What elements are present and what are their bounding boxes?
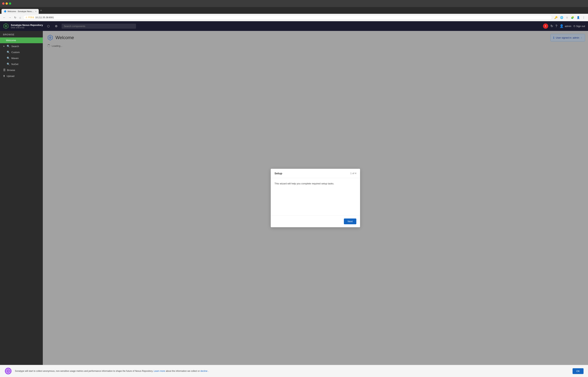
browser-dots bbox=[2, 2, 11, 5]
expand-icon: ▼ bbox=[3, 45, 5, 47]
sonatype-shield-icon: S bbox=[4, 367, 12, 375]
tab-close-button[interactable]: × bbox=[35, 10, 36, 12]
modal-title: Setup bbox=[275, 172, 282, 175]
tab-bar: 🔷 Welcome - Sonatype Nexus R... × + bbox=[0, 7, 588, 14]
home-button[interactable]: ⌂ bbox=[19, 15, 22, 20]
tab-title: Welcome - Sonatype Nexus R... bbox=[7, 10, 34, 12]
sidebar-maven-label: Maven bbox=[11, 57, 19, 59]
menu-icon[interactable]: ⋮ bbox=[582, 15, 586, 20]
main-layout: Browse Welcome ▼ 🔍 Search 🔍 Custom 🔍 Mav… bbox=[0, 31, 588, 365]
sidebar-custom-label: Custom bbox=[11, 51, 20, 54]
tab-favicon: 🔷 bbox=[4, 10, 6, 13]
search-icon: 🔍 bbox=[7, 45, 10, 48]
alert-icon[interactable]: ! bbox=[543, 24, 548, 29]
svg-marker-1 bbox=[5, 24, 7, 28]
sidebar-item-upload[interactable]: ⬆ Upload bbox=[0, 73, 43, 79]
settings-icon-button[interactable]: ⚙ bbox=[54, 23, 59, 29]
signout-button[interactable]: ⎋ Sign out bbox=[574, 24, 585, 28]
key-icon[interactable]: 🔑 bbox=[554, 15, 558, 20]
user-avatar-icon: 👤 bbox=[560, 24, 564, 28]
back-button[interactable]: ← bbox=[2, 15, 6, 20]
browser-tab[interactable]: 🔷 Welcome - Sonatype Nexus R... × bbox=[1, 9, 39, 14]
logo-text: Sonatype Nexus Repository OSS 3.65.0-02 bbox=[11, 24, 43, 29]
forward-button[interactable]: → bbox=[8, 15, 12, 20]
bookmark-icon[interactable]: ☆ bbox=[565, 15, 569, 20]
setup-modal: Setup 1 of 4 This wizard will help you c… bbox=[271, 169, 360, 227]
sidebar-welcome-label: Welcome bbox=[6, 39, 16, 42]
sidebar-item-browse[interactable]: 🗄 Browse bbox=[0, 67, 43, 73]
address-url: 10.211.55.38:8081 bbox=[35, 16, 54, 19]
modal-step: 1 of 4 bbox=[350, 172, 356, 175]
sidebar-item-maven[interactable]: 🔍 Maven bbox=[0, 55, 43, 61]
main-content: Welcome Loading... ℹ User signed in: adm… bbox=[43, 31, 588, 365]
nav-bar: ← → ↻ ⌂ ⚠ 不安全 10.211.55.38:8081 🔑 🌐 ☆ 🧩 … bbox=[0, 14, 588, 21]
banner-text-main: Sonatype will start to collect anonymous… bbox=[15, 370, 153, 372]
logo-area: Sonatype Nexus Repository OSS 3.65.0-02 bbox=[3, 23, 43, 29]
user-label: admin bbox=[565, 25, 571, 28]
logo-version: OSS 3.65.0-02 bbox=[11, 26, 43, 29]
sidebar-browse-header: Browse bbox=[0, 31, 43, 37]
banner-text-end: . bbox=[208, 370, 209, 372]
logo-name: Sonatype Nexus Repository bbox=[11, 24, 43, 26]
upload-icon: ⬆ bbox=[3, 74, 5, 78]
banner-text-mid: about the information we collect or bbox=[166, 370, 200, 372]
user-info[interactable]: 👤 admin bbox=[560, 24, 571, 28]
ok-button[interactable]: OK bbox=[573, 368, 584, 374]
nav-actions: 🔑 🌐 ☆ 🧩 👤 ⋮ bbox=[554, 15, 586, 20]
translate-icon[interactable]: 🌐 bbox=[559, 15, 564, 20]
new-tab-button[interactable]: + bbox=[39, 9, 43, 12]
browser-chrome bbox=[0, 0, 588, 7]
signout-label: Sign out bbox=[576, 25, 585, 28]
top-nav: Sonatype Nexus Repository OSS 3.65.0-02 … bbox=[0, 21, 588, 31]
extensions-icon[interactable]: 🧩 bbox=[570, 15, 575, 20]
sidebar-search-label: Search bbox=[11, 45, 19, 48]
address-bar[interactable]: ⚠ 不安全 10.211.55.38:8081 bbox=[23, 15, 552, 20]
sidebar-item-custom[interactable]: 🔍 Custom bbox=[0, 49, 43, 55]
search-input[interactable] bbox=[62, 24, 136, 29]
next-button[interactable]: Next bbox=[344, 218, 356, 224]
refresh-icon[interactable]: ↻ bbox=[550, 24, 553, 28]
custom-search-icon: 🔍 bbox=[7, 51, 10, 54]
sidebar-upload-label: Upload bbox=[7, 75, 14, 78]
maven-search-icon: 🔍 bbox=[7, 57, 10, 59]
active-dot-icon bbox=[3, 40, 4, 41]
svg-text:S: S bbox=[7, 370, 9, 372]
learn-more-link[interactable]: Learn more bbox=[154, 370, 165, 372]
nav-right: ! ↻ ? 👤 admin ⎋ Sign out bbox=[543, 24, 585, 29]
modal-overlay: Setup 1 of 4 This wizard will help you c… bbox=[43, 31, 588, 365]
refresh-button[interactable]: ↻ bbox=[13, 15, 17, 20]
modal-description: This wizard will help you complete requi… bbox=[275, 182, 356, 186]
sidebar-item-welcome[interactable]: Welcome bbox=[0, 37, 43, 43]
modal-footer: Next bbox=[271, 215, 360, 227]
security-warning: ⚠ 不安全 bbox=[25, 16, 34, 19]
maximize-dot[interactable] bbox=[9, 2, 11, 5]
sidebar-item-nuget[interactable]: 🔍 NuGet bbox=[0, 61, 43, 67]
sidebar-browse-label: Browse bbox=[7, 69, 15, 71]
minimize-dot[interactable] bbox=[6, 2, 8, 5]
sidebar-nuget-label: NuGet bbox=[11, 63, 18, 66]
bottom-banner: S Sonatype will start to collect anonymo… bbox=[0, 365, 588, 377]
profile-icon[interactable]: 👤 bbox=[576, 15, 581, 20]
modal-body: This wizard will help you complete requi… bbox=[271, 178, 360, 215]
signout-icon: ⎋ bbox=[574, 24, 575, 28]
decline-link[interactable]: decline bbox=[200, 370, 208, 372]
help-icon[interactable]: ? bbox=[555, 24, 557, 28]
browse-icon: 🗄 bbox=[3, 69, 6, 71]
cube-icon-button[interactable]: ⬡ bbox=[46, 23, 51, 29]
close-dot[interactable] bbox=[2, 2, 4, 5]
sidebar-item-search[interactable]: ▼ 🔍 Search bbox=[0, 43, 43, 49]
sidebar: Browse Welcome ▼ 🔍 Search 🔍 Custom 🔍 Mav… bbox=[0, 31, 43, 365]
nuget-search-icon: 🔍 bbox=[7, 63, 10, 66]
sidebar-submenu: 🔍 Custom 🔍 Maven 🔍 NuGet bbox=[0, 49, 43, 67]
app-container: Sonatype Nexus Repository OSS 3.65.0-02 … bbox=[0, 21, 588, 377]
bottom-banner-text: Sonatype will start to collect anonymous… bbox=[15, 369, 570, 373]
modal-header: Setup 1 of 4 bbox=[271, 169, 360, 178]
nexus-logo-icon bbox=[3, 23, 9, 29]
